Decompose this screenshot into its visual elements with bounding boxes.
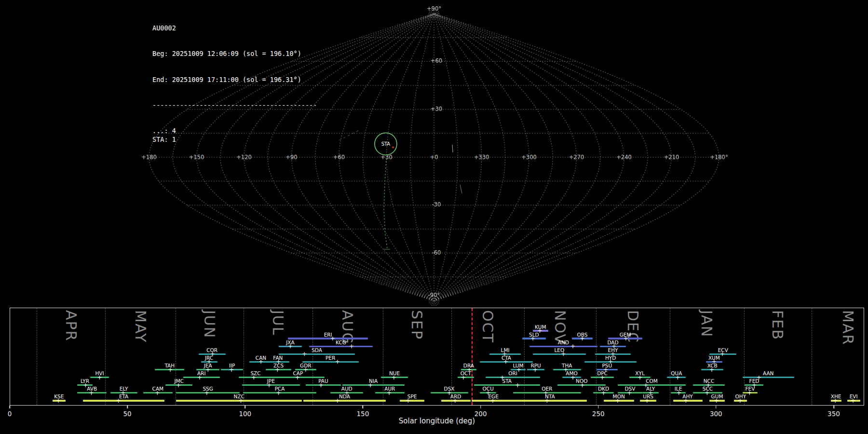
lon-label: +330 [474, 154, 489, 161]
shower-bar [513, 400, 587, 401]
x-tick [127, 406, 128, 408]
shower-peak-marker: + [461, 374, 466, 380]
shower-peak-marker: + [335, 358, 340, 365]
x-tick-label: 250 [592, 410, 605, 418]
shower-bar [533, 353, 586, 355]
shower-label: NDA [339, 393, 350, 399]
lat-label: -90° [428, 292, 440, 298]
shower-bar [288, 338, 368, 339]
shower-peak-marker: + [275, 366, 280, 373]
month-label: OCT [479, 310, 496, 343]
shower-peak-marker: + [295, 374, 300, 380]
shower-label: KCG [336, 339, 346, 345]
shower-peak-marker: + [580, 381, 584, 388]
shower-peak-marker: + [387, 390, 392, 396]
month-boundary-line [744, 308, 745, 405]
shower-peak-marker: + [675, 374, 680, 380]
detection-dot [392, 147, 394, 149]
shower-peak-marker: + [601, 390, 606, 396]
lon-label: +210 [664, 154, 679, 161]
shower-peak-marker: + [705, 390, 709, 396]
shower-peak-marker: + [615, 397, 620, 404]
lat-label: -60 [432, 249, 441, 256]
shower-peak-marker: + [530, 335, 535, 342]
month-boundary-line [596, 308, 597, 405]
lat-label: +30 [431, 106, 442, 112]
current-sol-line [472, 308, 473, 405]
shower-peak-marker: + [406, 397, 410, 404]
shower-peak-marker: + [570, 343, 575, 350]
shower-peak-marker: + [258, 358, 263, 365]
month-label: JAN [698, 310, 715, 338]
shower-peak-marker: + [229, 366, 234, 373]
month-label: JUN [201, 310, 218, 339]
shower-peak-marker: + [515, 381, 520, 388]
shower-peak-marker: + [155, 390, 160, 396]
shower-label: STA [502, 378, 512, 384]
shower-peak-marker: + [738, 397, 743, 404]
shower-peak-marker: + [368, 381, 373, 388]
month-label: APR [63, 310, 80, 341]
shower-peak-marker: + [267, 381, 271, 388]
shower-peak-marker: + [330, 335, 335, 342]
count-line: ...: 4 [152, 127, 317, 136]
shower-peak-marker: + [833, 397, 838, 404]
shower-peak-marker: + [677, 390, 681, 396]
shower-peak-marker: + [720, 351, 725, 357]
shower-label: AAN [763, 370, 774, 376]
x-tick-label: 50 [123, 410, 132, 418]
shower-peak-marker: + [176, 381, 181, 388]
x-tick [363, 406, 364, 408]
shower-peak-marker: + [251, 374, 256, 380]
shower-bar [486, 377, 540, 378]
lon-label: +0 [430, 154, 438, 161]
shower-peak-marker: + [637, 374, 642, 380]
month-boundary-line [312, 308, 313, 405]
shower-peak-marker: + [533, 366, 538, 373]
shower-peak-marker: + [600, 374, 605, 380]
shower-peak-marker: + [503, 358, 508, 365]
shower-label: SDA [312, 347, 322, 353]
x-tick-label: 0 [8, 410, 12, 418]
shower-peak-marker: + [97, 374, 102, 380]
lon-label: +300 [521, 154, 537, 161]
lat-label: +60 [431, 57, 442, 64]
shower-peak-marker: + [303, 366, 308, 373]
lon-label: +60 [333, 154, 345, 161]
x-tick-label: 150 [357, 410, 369, 418]
shower-bar [400, 400, 424, 401]
lat-label: -30 [432, 201, 441, 208]
x-axis-title: Solar longitude (deg) [399, 417, 475, 425]
sta-radiant-label: STA [381, 141, 391, 147]
app-root: +180+150+120+90+60+30+0+330+300+270+240+… [0, 0, 868, 434]
shower-peak-marker: + [714, 397, 719, 404]
lat-label: +90° [427, 5, 441, 12]
faint-mark [339, 130, 360, 140]
shower-peak-marker: + [490, 397, 495, 404]
month-boundary-line [524, 308, 525, 405]
separator-line: ----------------------------------------… [152, 101, 317, 110]
shower-peak-marker: + [624, 335, 628, 342]
month-boundary-line [176, 308, 176, 405]
shower-peak-marker: + [453, 397, 458, 404]
month-boundary-line [105, 308, 106, 405]
x-tick [833, 406, 834, 408]
month-boundary-line [812, 308, 812, 405]
faint-mark [452, 145, 453, 152]
x-tick-label: 200 [475, 410, 487, 418]
shower-peak-marker: + [335, 397, 340, 404]
faint-mark [460, 185, 462, 193]
x-tick-label: 350 [827, 410, 840, 418]
shower-peak-marker: + [168, 366, 173, 373]
observation-info-block: AU0002 Beg: 20251009 12:06:09 (sol = 196… [152, 7, 317, 162]
shower-label: AND [558, 339, 569, 345]
shower-peak-marker: + [302, 351, 307, 357]
count-line: STA: 1 [152, 136, 317, 144]
shower-peak-marker: + [392, 374, 396, 380]
x-tick [480, 406, 481, 408]
shower-peak-marker: + [288, 343, 293, 350]
month-boundary-line [383, 308, 383, 405]
x-tick [598, 406, 599, 408]
shower-peak-marker: + [349, 343, 354, 350]
shower-peak-marker: + [561, 351, 566, 357]
